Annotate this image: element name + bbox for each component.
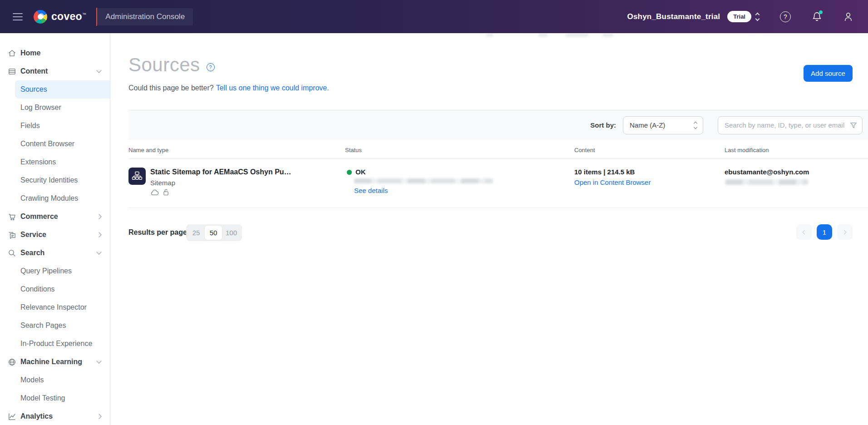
chevron-down-icon — [96, 358, 101, 363]
sort-by-label: Sort by: — [590, 121, 616, 129]
previous-page-button[interactable] — [796, 224, 812, 240]
filter-funnel-icon[interactable] — [850, 122, 857, 131]
source-name[interactable]: Static Sitemap for AEMaaCS Oshyn Pu… — [150, 168, 291, 176]
redacted-smudge — [602, 34, 614, 37]
table-header-divider — [128, 158, 868, 159]
feedback-question: Could this page be better? — [128, 84, 214, 92]
column-header-content: Content — [574, 147, 595, 153]
content-summary: 10 items | 214.5 kB — [574, 168, 635, 176]
sidebar-item-service[interactable]: Service — [0, 226, 110, 244]
chevron-right-icon — [96, 214, 101, 219]
info-icon[interactable]: ? — [207, 63, 215, 71]
source-attribute-icons — [150, 188, 169, 198]
open-in-content-browser-link[interactable]: Open in Content Browser — [574, 178, 651, 186]
sidebar-item-in-product-experience[interactable]: In-Product Experience — [0, 335, 110, 353]
cloud-icon — [150, 189, 159, 198]
chevron-down-icon — [96, 68, 101, 73]
next-page-button[interactable] — [837, 224, 853, 240]
redacted-modification-date — [725, 179, 808, 185]
page-size-25-button[interactable]: 25 — [187, 226, 205, 240]
sidebar-item-crawling-modules[interactable]: Crawling Modules — [0, 189, 110, 208]
main-content: Sources ? Could this page be better?Tell… — [110, 33, 868, 425]
service-icon — [7, 230, 16, 239]
sidebar-item-fields[interactable]: Fields — [0, 117, 110, 135]
table-toolbar: Sort by: Name (A-Z) — [128, 110, 868, 140]
notification-dot — [819, 10, 823, 14]
machine-learning-icon — [7, 357, 16, 366]
sidebar-item-sources[interactable]: Sources — [15, 80, 110, 99]
top-bar-right: Oshyn_Bustamante_trial Trial ? — [627, 11, 868, 22]
add-source-button[interactable]: Add source — [804, 65, 853, 82]
sitemap-source-icon — [128, 168, 146, 185]
chevron-right-icon — [96, 414, 101, 419]
see-details-link[interactable]: See details — [354, 187, 388, 194]
sidebar-item-model-testing[interactable]: Model Testing — [0, 389, 110, 407]
feedback-prompt: Could this page be better?Tell us one th… — [128, 84, 329, 92]
sidebar-item-models[interactable]: Models — [0, 371, 110, 389]
sort-dropdown[interactable]: Name (A-Z) — [623, 116, 703, 134]
analytics-icon — [7, 412, 16, 421]
sidebar-item-content-browser[interactable]: Content Browser — [0, 135, 110, 153]
status-dot — [347, 170, 352, 175]
feedback-link[interactable]: Tell us one thing we could improve. — [216, 84, 329, 92]
search-input[interactable] — [718, 116, 863, 134]
sidebar-item-query-pipelines[interactable]: Query Pipelines — [0, 262, 110, 280]
chevron-down-icon — [96, 249, 101, 254]
plan-badge[interactable]: Trial — [727, 11, 751, 22]
page-title: Sources — [128, 54, 200, 76]
last-modified-by: ebustamante@oshyn.com — [725, 168, 809, 176]
sidebar-item-machine-learning[interactable]: Machine Learning — [0, 353, 110, 371]
search-icon — [7, 248, 16, 257]
pagination: 1 — [796, 224, 853, 240]
coveo-logo[interactable]: coveo™ — [34, 10, 86, 24]
sidebar-item-search-pages[interactable]: Search Pages — [0, 316, 110, 335]
table-row-divider — [128, 208, 868, 208]
sort-updown-icon — [694, 122, 697, 128]
trademark: ™ — [82, 12, 86, 17]
sidebar-item-extensions[interactable]: Extensions — [0, 153, 110, 171]
search-box — [718, 116, 863, 134]
brand-name: coveo™ — [51, 10, 86, 23]
home-icon — [7, 49, 16, 58]
chevron-right-icon — [96, 232, 101, 237]
organization-name: Oshyn_Bustamante_trial — [627, 12, 720, 21]
app-title-box: Administration Console — [97, 8, 193, 25]
redacted-smudge — [565, 34, 589, 37]
sidebar-item-home[interactable]: Home — [0, 44, 110, 62]
content-icon — [7, 67, 16, 76]
sidebar-nav: Home Content Sources Log Browser Fields … — [0, 33, 110, 425]
bell-icon[interactable] — [812, 11, 822, 22]
page-size-50-button[interactable]: 50 — [205, 226, 222, 240]
redacted-smudge — [538, 34, 548, 37]
page-header: Sources ? — [128, 54, 215, 76]
unlock-icon — [163, 188, 169, 198]
status-badge: OK — [355, 168, 366, 176]
sidebar-item-log-browser[interactable]: Log Browser — [0, 99, 110, 117]
org-switcher-icon[interactable] — [756, 13, 759, 20]
coveo-logo-mark — [34, 10, 47, 24]
app-title: Administration Console — [105, 12, 185, 21]
column-header-last-modification: Last modification — [725, 147, 769, 153]
sidebar-item-conditions[interactable]: Conditions — [0, 280, 110, 298]
sidebar-item-security-identities[interactable]: Security Identities — [0, 171, 110, 189]
person-icon[interactable] — [843, 11, 853, 22]
page-size-100-button[interactable]: 100 — [222, 226, 241, 240]
help-icon[interactable]: ? — [780, 11, 791, 22]
results-per-page-label: Results per page — [128, 228, 187, 237]
current-page-button[interactable]: 1 — [817, 224, 832, 240]
sidebar-item-commerce[interactable]: Commerce — [0, 208, 110, 226]
column-header-status: Status — [345, 147, 362, 153]
sidebar-item-search[interactable]: Search — [0, 244, 110, 262]
sidebar-item-analytics[interactable]: Analytics — [0, 407, 110, 425]
hamburger-icon[interactable] — [13, 13, 23, 20]
top-bar: coveo™ Administration Console Oshyn_Bust… — [0, 0, 868, 33]
sort-dropdown-value: Name (A-Z) — [630, 121, 665, 129]
source-type: Sitemap — [150, 179, 175, 187]
sidebar-item-content[interactable]: Content — [0, 62, 110, 80]
sidebar-item-relevance-inspector[interactable]: Relevance Inspector — [0, 298, 110, 316]
redacted-status-text — [354, 178, 493, 183]
commerce-icon — [7, 212, 16, 221]
page-size-group: 25 50 100 — [186, 224, 242, 241]
column-header-name-type: Name and type — [128, 147, 168, 153]
redacted-smudge — [486, 34, 493, 37]
